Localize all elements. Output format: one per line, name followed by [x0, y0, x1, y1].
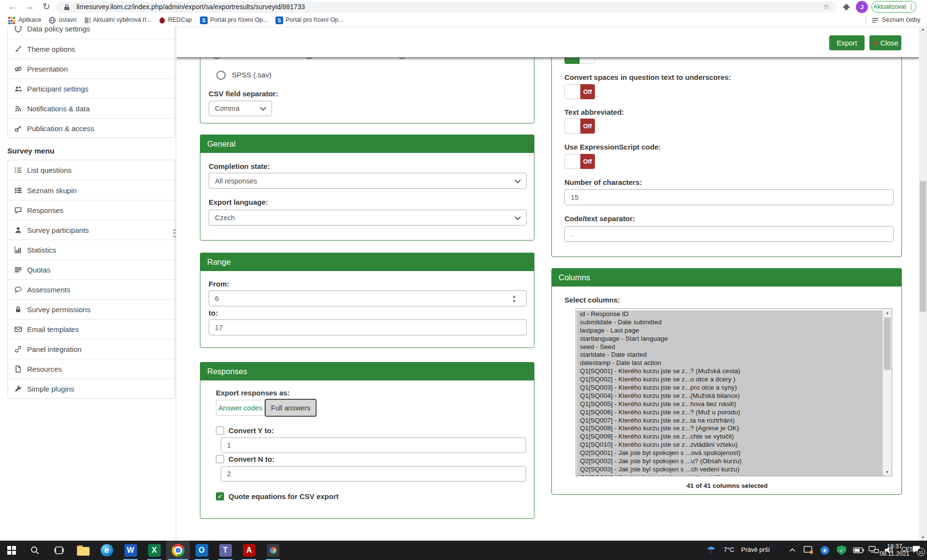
sidebar-item-survey-permissions[interactable]: Survey permissions — [8, 299, 175, 319]
sidebar-item-quotas[interactable]: Quotas — [8, 259, 175, 279]
convert-n-checkbox[interactable] — [216, 455, 224, 463]
column-option[interactable]: datestamp - Date last action — [577, 359, 882, 367]
close-button[interactable]: ✖ Close — [869, 35, 901, 50]
range-from-input[interactable] — [209, 290, 527, 306]
page-scroll-up-icon[interactable]: ▲ — [919, 27, 927, 31]
export-language-select[interactable]: Czech — [209, 210, 527, 226]
bookmark-portal-2[interactable]: Portál pro řízení Op... — [286, 16, 344, 23]
columns-listbox[interactable]: id - Response ID submitdate - Date submi… — [576, 308, 892, 476]
column-option[interactable]: Q1[SQ010] - Kterého kurzu jste se z...zv… — [577, 441, 882, 449]
sidebar-item-responses[interactable]: Responses — [8, 200, 175, 220]
weather-umbrella-icon[interactable]: ☂ — [707, 544, 715, 556]
column-option[interactable]: Q1[SQ008] - Kterého kurzu jste se z...? … — [577, 424, 882, 433]
column-option[interactable]: startdate - Date started — [577, 351, 882, 359]
page-scrollbar[interactable]: ▲ ▼ — [919, 26, 927, 541]
page-scroll-down-icon[interactable]: ▼ — [919, 535, 927, 540]
column-option[interactable]: Q1[SQ002] - Kterého kurzu jste se z...o … — [577, 376, 882, 384]
convert-y-input[interactable] — [221, 438, 526, 453]
task-view-button[interactable] — [46, 541, 71, 560]
spin-up-icon[interactable]: ▲ — [512, 295, 516, 299]
action-center-button[interactable]: 11 — [912, 545, 923, 557]
sidebar-item-theme-options[interactable]: Theme options — [8, 39, 175, 59]
file-explorer-button[interactable] — [71, 541, 95, 560]
apps-grid-icon[interactable] — [8, 16, 16, 25]
excel-button[interactable]: X — [142, 541, 166, 560]
convert-y-checkbox[interactable] — [216, 426, 224, 435]
code-text-separator-input[interactable] — [564, 226, 894, 242]
full-answers-button[interactable]: Full answers — [265, 399, 317, 417]
listbox-scroll-thumb[interactable] — [884, 318, 891, 370]
edge-button[interactable]: e — [95, 541, 119, 560]
sidebar-item-publication-access[interactable]: Publication & access — [8, 118, 175, 138]
completion-state-select[interactable]: All responses — [209, 173, 527, 189]
bookmark-ustavn[interactable]: ústavn — [59, 16, 76, 23]
column-option[interactable]: Q1[SQ006] - Kterého kurzu jste se z...? … — [577, 409, 882, 417]
spss-radio[interactable] — [216, 71, 226, 80]
weather-text[interactable]: Právě prší — [741, 546, 770, 553]
battery-icon[interactable] — [853, 547, 865, 554]
weather-temp[interactable]: 7°C — [724, 546, 734, 553]
column-option[interactable]: startlanguage - Start language — [577, 335, 882, 343]
acrobat-button[interactable]: A — [237, 541, 261, 560]
abbreviated-toggle[interactable]: Off — [564, 119, 595, 134]
sidebar-item-survey-participants[interactable]: Survey participants — [8, 220, 175, 240]
tray-chevron-up-icon[interactable] — [789, 547, 796, 552]
spin-down-icon[interactable]: ▼ — [512, 300, 516, 303]
listbox-scrollbar[interactable]: ▲ ▼ — [882, 309, 892, 476]
column-option[interactable]: Q1[SQ009] - Kterého kurzu jste se z...ch… — [577, 433, 882, 441]
column-option[interactable]: Q1[SQ003] - Kterého kurzu jste se z...pr… — [577, 384, 882, 392]
bookmark-redcap[interactable]: REDCap — [168, 16, 192, 23]
extensions-puzzle-icon[interactable] — [842, 3, 851, 11]
bookmark-aktualni[interactable]: Aktuální výběrová ří... — [93, 16, 152, 23]
bookmark-apps[interactable]: Aplikace — [18, 16, 41, 23]
sidebar-item-simple-plugins[interactable]: Simple plugins — [8, 378, 175, 398]
sidebar-resize-grip[interactable] — [173, 229, 176, 238]
sidebar-item-panel-integration[interactable]: Panel integration — [8, 339, 175, 359]
bookmark-portal-1[interactable]: Portál pro řízení Op... — [210, 16, 268, 23]
reading-list-button[interactable]: Seznam četby — [882, 16, 920, 23]
pinned-app-button[interactable] — [261, 541, 285, 560]
start-button[interactable] — [0, 541, 23, 560]
scroll-up-icon[interactable]: ▲ — [883, 309, 892, 317]
convert-n-input[interactable] — [221, 466, 526, 482]
eset-tray-icon[interactable]: e — [821, 546, 829, 555]
back-icon[interactable]: ← — [8, 0, 17, 13]
column-option[interactable]: id - Response ID — [577, 310, 882, 318]
sidebar-item-notifications-data[interactable]: Notifications & data — [8, 98, 175, 118]
answer-codes-button[interactable]: Answer codes — [216, 400, 265, 416]
export-button[interactable]: Export — [829, 35, 865, 50]
sidebar-item-email-templates[interactable]: Email templates — [8, 319, 175, 339]
column-option[interactable]: Q2[SQ004] - Jak jste byl spokojen s ...v… — [577, 474, 882, 476]
quote-equations-checkbox[interactable]: ✓ — [216, 492, 224, 500]
sidebar-item-data-policy[interactable]: Data policy settings — [8, 26, 175, 39]
column-option[interactable]: seed - Seed — [577, 343, 882, 351]
sidebar-item-statistics[interactable]: Statistics — [8, 240, 175, 259]
scroll-down-icon[interactable]: ▼ — [883, 468, 892, 476]
chrome-update-button[interactable]: Aktualizovat ⋮ — [871, 1, 916, 13]
csv-separator-select[interactable]: Comma — [209, 101, 272, 116]
column-option[interactable]: Q2[SQ002] - Jak jste byl spokojen s ...u… — [577, 457, 882, 466]
expressionscript-toggle[interactable]: Off — [564, 154, 595, 169]
underscores-toggle[interactable]: Off — [564, 84, 595, 99]
sidebar-item-presentation[interactable]: Presentation — [8, 59, 175, 78]
clock[interactable]: 18:37 08.11.2021 — [874, 542, 915, 559]
security-shield-icon[interactable]: ✓ — [837, 545, 846, 555]
taskbar-search-button[interactable] — [23, 541, 46, 560]
outlook-button[interactable]: O — [190, 541, 213, 560]
column-option[interactable]: Q2[SQ003] - Jak jste byl spokojen s ...c… — [577, 466, 882, 474]
page-scroll-thumb[interactable] — [920, 181, 926, 312]
word-button[interactable]: W — [119, 541, 142, 560]
bookmark-star-icon[interactable]: ☆ — [823, 2, 830, 11]
profile-avatar[interactable]: J — [856, 1, 868, 13]
sidebar-item-list-questions[interactable]: List questions — [8, 160, 175, 180]
tray-monitor-icon[interactable] — [804, 546, 813, 555]
column-option[interactable]: Q1[SQ005] - Kterého kurzu jste se z...ho… — [577, 400, 882, 409]
column-option[interactable]: Q2[SQ001] - Jak jste byl spokojen s ...o… — [577, 449, 882, 457]
sidebar-item-assessments[interactable]: Assessments — [8, 279, 175, 299]
teams-button[interactable]: T — [213, 541, 237, 560]
reload-icon[interactable]: ↻ — [43, 0, 50, 13]
number-spinner-icon[interactable]: ▲ ▼ — [512, 295, 517, 303]
forward-icon[interactable]: → — [25, 0, 34, 13]
address-bar[interactable]: limesurvey.ilom.cz/index.php/admin/expor… — [56, 1, 836, 13]
browser-menu-icon[interactable]: ⋮ — [909, 3, 914, 10]
